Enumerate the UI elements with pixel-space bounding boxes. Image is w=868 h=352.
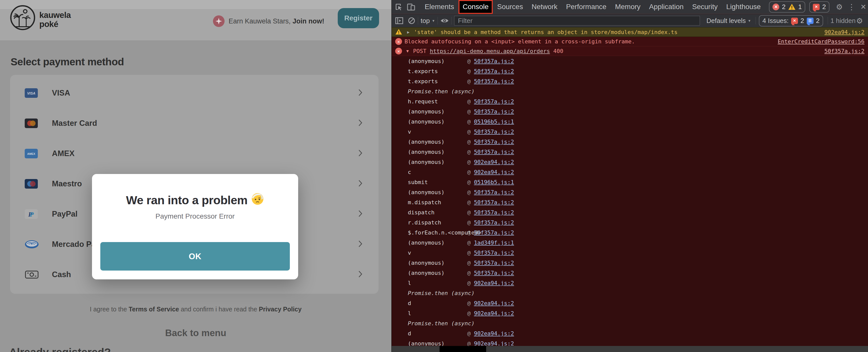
console-settings-gear-icon[interactable]: ⚙ bbox=[856, 17, 863, 25]
terms-of-service-link[interactable]: Terms of Service bbox=[129, 305, 179, 313]
maestro-icon bbox=[25, 179, 40, 188]
expand-triangle-icon[interactable]: ▶ bbox=[405, 30, 411, 34]
issues-counter[interactable]: 4 Issues: ✕ 2 ☰ 2 bbox=[759, 15, 823, 27]
tab-memory[interactable]: Memory bbox=[611, 0, 645, 14]
ok-button[interactable]: OK bbox=[100, 242, 290, 270]
stack-file-link[interactable]: 902ea94.js:2 bbox=[474, 300, 514, 306]
settings-gear-icon[interactable]: ⚙ bbox=[836, 2, 843, 11]
stack-file-link[interactable]: 05196b5.js:1 bbox=[474, 179, 514, 185]
stack-file-link[interactable]: 50f357a.js:2 bbox=[474, 189, 514, 196]
svg-text:P: P bbox=[30, 211, 34, 218]
stack-frame-row: t.exports@ 50f357a.js:2 bbox=[392, 76, 868, 86]
chevron-right-icon bbox=[359, 89, 364, 97]
console-status-badges[interactable]: ✕ 2 1 bbox=[769, 1, 805, 12]
stack-location: @ 902ea94.js:2 bbox=[467, 341, 514, 347]
clear-console-icon[interactable] bbox=[408, 17, 415, 25]
issues-badge[interactable]: ✕ 2 bbox=[809, 1, 829, 12]
paypal-icon: PP bbox=[25, 209, 40, 219]
stack-file-link[interactable]: 50f357a.js:2 bbox=[474, 209, 514, 215]
tab-elements[interactable]: Elements bbox=[421, 0, 459, 14]
tab-lighthouse[interactable]: Lighthouse bbox=[722, 0, 765, 14]
stack-file-link[interactable]: 50f357a.js:2 bbox=[474, 250, 514, 256]
hidden-messages-label[interactable]: 1 hidden bbox=[831, 17, 856, 25]
stack-file-link[interactable]: 902ea94.js:2 bbox=[474, 159, 514, 165]
warning-icon bbox=[395, 29, 403, 35]
tab-security[interactable]: Security bbox=[688, 0, 722, 14]
stack-frame-row: l@ 902ea94.js:2 bbox=[392, 308, 868, 318]
console-messages: ▶ 'state' should be a method that return… bbox=[392, 27, 868, 352]
stack-file-link[interactable]: 902ea94.js:2 bbox=[474, 169, 514, 175]
privacy-policy-link[interactable]: Privacy Policy bbox=[259, 305, 302, 313]
stack-file-link[interactable]: 50f357a.js:2 bbox=[474, 78, 514, 85]
payment-method-row[interactable]: Master Card bbox=[10, 108, 378, 139]
stack-function-name: t.exports bbox=[392, 78, 467, 85]
kebab-menu-icon[interactable]: ⋮ bbox=[848, 2, 856, 11]
stack-file-link[interactable]: 902ea94.js:2 bbox=[474, 280, 514, 286]
stack-file-link[interactable]: 05196b5.js:1 bbox=[474, 118, 514, 125]
horizontal-scrollbar[interactable] bbox=[392, 346, 868, 352]
stack-file-link[interactable]: 50f357a.js:2 bbox=[474, 199, 514, 205]
stack-file-link[interactable]: 902ea94.js:2 bbox=[474, 310, 514, 317]
source-link[interactable]: EnterCreditCardPassword:56 bbox=[778, 38, 865, 45]
tab-performance[interactable]: Performance bbox=[562, 0, 611, 14]
tab-sources[interactable]: Sources bbox=[493, 0, 527, 14]
live-expression-eye-icon[interactable] bbox=[440, 18, 449, 24]
console-sidebar-icon[interactable] bbox=[395, 17, 403, 25]
error-icon: ✕ bbox=[395, 38, 402, 45]
payment-method-row[interactable]: AMEXAMEX bbox=[10, 139, 378, 169]
stack-frame-row: dispatch@ 50f357a.js:2 bbox=[392, 207, 868, 217]
chevron-down-icon: ▼ bbox=[748, 19, 751, 23]
cash-icon bbox=[25, 269, 40, 280]
back-to-menu-link[interactable]: Back to menu bbox=[0, 328, 392, 339]
scrollbar-thumb[interactable] bbox=[439, 346, 486, 352]
inspect-element-icon[interactable] bbox=[395, 3, 403, 11]
log-levels-dropdown[interactable]: Default levels bbox=[707, 17, 746, 25]
console-toolbar: top ▼ Default levels ▼ 4 Issues: ✕ 2 ☰ 2… bbox=[392, 14, 868, 27]
stack-frame-row: (anonymous)@ 50f357a.js:2 bbox=[392, 187, 868, 197]
stack-file-link[interactable]: 902ea94.js:2 bbox=[474, 330, 514, 336]
stack-file-link[interactable]: 50f357a.js:2 bbox=[474, 230, 514, 236]
stack-file-link[interactable]: 50f357a.js:2 bbox=[474, 98, 514, 105]
stack-file-link[interactable]: 50f357a.js:2 bbox=[474, 149, 514, 155]
stack-file-link[interactable]: 50f357a.js:2 bbox=[474, 139, 514, 145]
close-devtools-icon[interactable]: ✕ bbox=[861, 3, 866, 11]
stack-file-link[interactable]: 50f357a.js:2 bbox=[474, 58, 514, 64]
tab-application[interactable]: Application bbox=[645, 0, 688, 14]
screen: kauwela poké Earn Kauwela Stars, Join no… bbox=[0, 0, 868, 352]
stack-file-link[interactable]: 1ad349f.js:1 bbox=[474, 239, 514, 246]
kauwela-logo-icon[interactable] bbox=[9, 4, 36, 31]
stack-function-name: h.request bbox=[392, 98, 467, 105]
stack-file-link[interactable]: 50f357a.js:2 bbox=[474, 109, 514, 115]
stack-location: @ 902ea94.js:2 bbox=[467, 310, 514, 317]
request-url-link[interactable]: https://api-demo.menu.app/api/orders bbox=[430, 48, 550, 54]
stack-location: @ 50f357a.js:2 bbox=[467, 260, 514, 266]
stack-file-link[interactable]: 50f357a.js:2 bbox=[474, 68, 514, 75]
filter-input[interactable] bbox=[454, 16, 700, 26]
stack-async-row: Promise.then (async) bbox=[392, 288, 868, 298]
stack-file-link[interactable]: 50f357a.js:2 bbox=[474, 219, 514, 226]
register-button[interactable]: Register bbox=[338, 8, 379, 28]
kauwela-page: kauwela poké Earn Kauwela Stars, Join no… bbox=[0, 0, 392, 352]
modal-title: We ran into a problem bbox=[92, 192, 298, 208]
source-link[interactable]: 50f357a.js:2 bbox=[825, 48, 865, 54]
devtools-tabs: ElementsConsoleSourcesNetworkPerformance… bbox=[421, 0, 765, 14]
stack-async-row: Promise.then (async) bbox=[392, 86, 868, 96]
context-selector[interactable]: top bbox=[421, 17, 430, 25]
payment-method-row[interactable]: VISAVISA bbox=[10, 78, 378, 108]
svg-text:AMEX: AMEX bbox=[27, 152, 35, 155]
tab-network[interactable]: Network bbox=[527, 0, 562, 14]
error-badge-icon: ✕ bbox=[773, 3, 779, 10]
stack-location: @ 50f357a.js:2 bbox=[467, 68, 514, 75]
stack-function-name: (anonymous) bbox=[392, 260, 467, 266]
collapse-triangle-icon[interactable]: ▼ bbox=[404, 49, 410, 54]
stack-file-link[interactable]: 50f357a.js:2 bbox=[474, 270, 514, 276]
stack-file-link[interactable]: 50f357a.js:2 bbox=[474, 128, 514, 135]
device-toolbar-icon[interactable] bbox=[407, 3, 415, 11]
tab-console[interactable]: Console bbox=[459, 0, 493, 14]
stack-file-link[interactable]: 50f357a.js:2 bbox=[474, 260, 514, 266]
loyalty-banner[interactable]: Earn Kauwela Stars, Join now! bbox=[213, 12, 324, 30]
stack-file-link[interactable]: 902ea94.js:2 bbox=[474, 341, 514, 347]
issues-info-icon: ☰ bbox=[807, 18, 813, 24]
source-link[interactable]: 902ea94.js:2 bbox=[825, 29, 865, 35]
stack-function-name: t.exports bbox=[392, 68, 467, 75]
